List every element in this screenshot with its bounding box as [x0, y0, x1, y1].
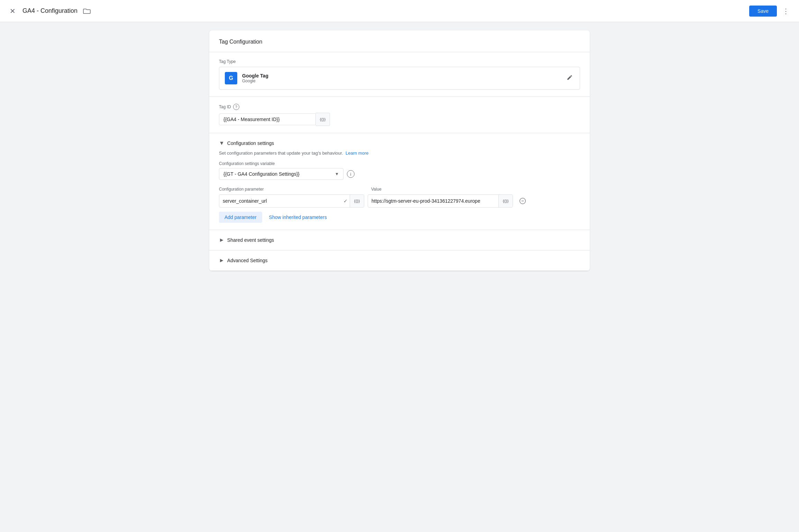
config-var-dropdown-row: {{GT - GA4 Configuration Settings}} ▼ i: [219, 168, 580, 180]
shared-event-title: Shared event settings: [227, 237, 274, 243]
main-content: Tag Configuration Tag Type G Google Tag …: [0, 22, 799, 279]
page-title: GA4 - Configuration: [22, 7, 77, 15]
value-col-label: Value: [371, 187, 580, 192]
top-bar: ✕ GA4 - Configuration Save ⋮: [0, 0, 799, 22]
config-settings-section: ▼ Configuration settings Set configurati…: [209, 133, 590, 230]
tag-id-input-group: {{}}: [219, 113, 580, 126]
tag-type-label: Tag Type: [219, 59, 580, 64]
param-col-label: Configuration parameter: [219, 187, 364, 192]
show-inherited-button[interactable]: Show inherited parameters: [269, 214, 327, 220]
config-description-text: Set configuration parameters that update…: [219, 150, 343, 156]
tag-id-help-icon[interactable]: ?: [233, 104, 239, 110]
tag-type-section: Tag Type G Google Tag Google: [209, 52, 590, 97]
shared-event-section: ► Shared event settings: [209, 230, 590, 250]
tag-id-input[interactable]: [219, 113, 316, 125]
dropdown-arrow-icon: ▼: [335, 172, 339, 176]
learn-more-link[interactable]: Learn more: [346, 150, 368, 156]
param-variable-icon: {{}}: [353, 198, 360, 204]
param-value-input[interactable]: [368, 195, 498, 207]
advanced-settings-header[interactable]: ► Advanced Settings: [219, 257, 580, 264]
config-var-dropdown[interactable]: {{GT - GA4 Configuration Settings}} ▼: [219, 168, 343, 180]
tag-id-field-header: Tag ID ?: [219, 104, 580, 110]
close-button[interactable]: ✕: [7, 4, 18, 18]
add-parameter-button[interactable]: Add parameter: [219, 212, 262, 223]
tag-info: Google Tag Google: [242, 73, 268, 83]
advanced-settings-title: Advanced Settings: [227, 258, 268, 263]
chevron-right-icon: ►: [219, 237, 224, 243]
variable-icon: {{}}: [319, 116, 326, 123]
config-settings-header[interactable]: ▼ Configuration settings: [219, 140, 580, 146]
param-name-input[interactable]: [219, 195, 341, 207]
value-input-wrap: {{}}: [368, 194, 513, 208]
actions-row: Add parameter Show inherited parameters: [219, 212, 580, 223]
tag-name: Google Tag: [242, 73, 268, 79]
value-variable-button[interactable]: {{}}: [498, 195, 513, 207]
config-settings-title: Configuration settings: [227, 140, 274, 146]
top-bar-right: Save ⋮: [749, 4, 792, 18]
tag-type-box: G Google Tag Google: [219, 67, 580, 90]
param-row: ✓ {{}} {{}}: [219, 194, 580, 208]
params-header: Configuration parameter Value: [219, 187, 580, 192]
tag-vendor: Google: [242, 79, 268, 83]
tag-id-section: Tag ID ? {{}}: [209, 97, 590, 133]
check-icon: ✓: [341, 198, 350, 204]
card-header-title: Tag Configuration: [219, 39, 262, 45]
param-input-wrap: ✓ {{}}: [219, 194, 364, 208]
card-header: Tag Configuration: [209, 30, 590, 52]
config-settings-description: Set configuration parameters that update…: [219, 150, 580, 156]
tag-icon: G: [225, 72, 237, 84]
config-var-label: Configuration settings variable: [219, 161, 580, 166]
config-var-value: {{GT - GA4 Configuration Settings}}: [223, 171, 332, 177]
chevron-down-icon: ▼: [219, 140, 224, 146]
tag-config-card: Tag Configuration Tag Type G Google Tag …: [209, 30, 590, 271]
config-var-info-icon[interactable]: i: [347, 170, 355, 178]
param-variable-button[interactable]: {{}}: [350, 195, 364, 207]
advanced-settings-section: ► Advanced Settings: [209, 250, 590, 271]
more-options-button[interactable]: ⋮: [780, 4, 792, 18]
edit-tag-button[interactable]: [565, 73, 574, 84]
chevron-right-advanced-icon: ►: [219, 257, 224, 264]
remove-param-button[interactable]: [516, 196, 529, 206]
value-variable-icon: {{}}: [502, 198, 509, 204]
tag-id-label: Tag ID: [219, 104, 231, 109]
top-bar-left: ✕ GA4 - Configuration: [7, 4, 92, 18]
tag-type-left: G Google Tag Google: [225, 72, 268, 84]
save-button[interactable]: Save: [749, 6, 777, 17]
shared-event-header[interactable]: ► Shared event settings: [219, 237, 580, 243]
tag-id-variable-button[interactable]: {{}}: [316, 113, 330, 126]
folder-button[interactable]: [82, 7, 92, 16]
